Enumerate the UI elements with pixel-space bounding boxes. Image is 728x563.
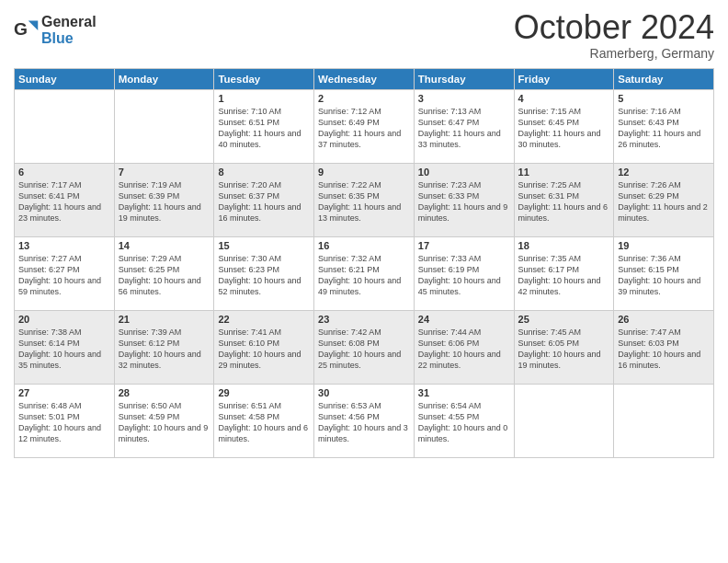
calendar-cell (15, 89, 115, 163)
cell-info: Sunrise: 7:32 AMSunset: 6:21 PMDaylight:… (318, 253, 410, 298)
day-number: 29 (218, 387, 310, 398)
calendar-cell: 24Sunrise: 7:44 AMSunset: 6:06 PMDayligh… (414, 310, 514, 384)
calendar-cell: 4Sunrise: 7:15 AMSunset: 6:45 PMDaylight… (514, 89, 614, 163)
cell-info: Sunrise: 7:42 AMSunset: 6:08 PMDaylight:… (318, 327, 410, 372)
header-row: SundayMondayTuesdayWednesdayThursdayFrid… (15, 68, 714, 89)
day-number: 21 (119, 314, 210, 325)
cell-info: Sunrise: 7:33 AMSunset: 6:19 PMDaylight:… (418, 253, 510, 298)
cell-info: Sunrise: 7:13 AMSunset: 6:47 PMDaylight:… (418, 106, 510, 151)
day-number: 11 (518, 167, 610, 178)
cell-info: Sunrise: 7:35 AMSunset: 6:17 PMDaylight:… (518, 253, 610, 298)
day-number: 2 (318, 93, 410, 104)
calendar-cell: 15Sunrise: 7:30 AMSunset: 6:23 PMDayligh… (214, 236, 314, 310)
logo-text: General Blue (41, 14, 97, 46)
calendar-cell (514, 384, 614, 457)
calendar-cell: 14Sunrise: 7:29 AMSunset: 6:25 PMDayligh… (114, 236, 214, 310)
calendar-cell: 30Sunrise: 6:53 AMSunset: 4:56 PMDayligh… (314, 384, 415, 457)
calendar-cell: 19Sunrise: 7:36 AMSunset: 6:15 PMDayligh… (614, 236, 714, 310)
cell-info: Sunrise: 7:17 AMSunset: 6:41 PMDaylight:… (18, 179, 110, 224)
cell-info: Sunrise: 7:38 AMSunset: 6:14 PMDaylight:… (18, 327, 110, 372)
cell-info: Sunrise: 7:19 AMSunset: 6:39 PMDaylight:… (119, 179, 210, 224)
calendar-cell: 22Sunrise: 7:41 AMSunset: 6:10 PMDayligh… (214, 310, 314, 384)
calendar-cell: 29Sunrise: 6:51 AMSunset: 4:58 PMDayligh… (214, 384, 314, 457)
day-number: 9 (318, 167, 410, 178)
cell-info: Sunrise: 7:36 AMSunset: 6:15 PMDaylight:… (618, 253, 710, 298)
cell-info: Sunrise: 7:30 AMSunset: 6:23 PMDaylight:… (218, 253, 310, 298)
cell-info: Sunrise: 7:22 AMSunset: 6:35 PMDaylight:… (318, 179, 410, 224)
calendar-cell: 5Sunrise: 7:16 AMSunset: 6:43 PMDaylight… (614, 89, 714, 163)
calendar-cell: 8Sunrise: 7:20 AMSunset: 6:37 PMDaylight… (214, 163, 314, 236)
day-number: 31 (418, 387, 510, 398)
calendar-table: SundayMondayTuesdayWednesdayThursdayFrid… (14, 68, 714, 458)
calendar-cell: 3Sunrise: 7:13 AMSunset: 6:47 PMDaylight… (414, 89, 514, 163)
calendar-cell: 23Sunrise: 7:42 AMSunset: 6:08 PMDayligh… (314, 310, 415, 384)
day-number: 26 (618, 314, 710, 325)
day-number: 20 (18, 314, 110, 325)
calendar-cell: 13Sunrise: 7:27 AMSunset: 6:27 PMDayligh… (15, 236, 115, 310)
logo: G General Blue (14, 14, 97, 46)
calendar-cell (614, 384, 714, 457)
cell-info: Sunrise: 7:39 AMSunset: 6:12 PMDaylight:… (119, 327, 210, 372)
calendar-cell (114, 89, 214, 163)
day-header-friday: Friday (514, 68, 614, 89)
cell-info: Sunrise: 7:23 AMSunset: 6:33 PMDaylight:… (418, 179, 510, 224)
calendar-row: 13Sunrise: 7:27 AMSunset: 6:27 PMDayligh… (15, 236, 714, 310)
calendar-cell: 20Sunrise: 7:38 AMSunset: 6:14 PMDayligh… (15, 310, 115, 384)
day-number: 13 (18, 240, 110, 251)
title-block: October 2024 Ramerberg, Germany (514, 9, 714, 61)
cell-info: Sunrise: 7:44 AMSunset: 6:06 PMDaylight:… (418, 327, 510, 372)
calendar-row: 20Sunrise: 7:38 AMSunset: 6:14 PMDayligh… (15, 310, 714, 384)
day-number: 1 (218, 93, 310, 104)
header: G General Blue October 2024 Ramerberg, G… (14, 9, 714, 61)
cell-info: Sunrise: 7:15 AMSunset: 6:45 PMDaylight:… (518, 106, 610, 151)
cell-info: Sunrise: 6:48 AMSunset: 5:01 PMDaylight:… (18, 400, 110, 445)
day-number: 4 (518, 93, 610, 104)
calendar-cell: 25Sunrise: 7:45 AMSunset: 6:05 PMDayligh… (514, 310, 614, 384)
day-number: 30 (318, 387, 410, 398)
cell-info: Sunrise: 6:51 AMSunset: 4:58 PMDaylight:… (218, 400, 310, 445)
svg-marker-1 (28, 20, 39, 30)
calendar-row: 1Sunrise: 7:10 AMSunset: 6:51 PMDaylight… (15, 89, 714, 163)
location-subtitle: Ramerberg, Germany (514, 46, 714, 61)
calendar-row: 6Sunrise: 7:17 AMSunset: 6:41 PMDaylight… (15, 163, 714, 236)
day-number: 15 (218, 240, 310, 251)
cell-info: Sunrise: 7:27 AMSunset: 6:27 PMDaylight:… (18, 253, 110, 298)
day-number: 19 (618, 240, 710, 251)
day-number: 6 (18, 167, 110, 178)
day-number: 27 (18, 387, 110, 398)
calendar-cell: 11Sunrise: 7:25 AMSunset: 6:31 PMDayligh… (514, 163, 614, 236)
calendar-cell: 12Sunrise: 7:26 AMSunset: 6:29 PMDayligh… (614, 163, 714, 236)
day-number: 3 (418, 93, 510, 104)
cell-info: Sunrise: 7:25 AMSunset: 6:31 PMDaylight:… (518, 179, 610, 224)
cell-info: Sunrise: 7:45 AMSunset: 6:05 PMDaylight:… (518, 327, 610, 372)
cell-info: Sunrise: 7:16 AMSunset: 6:43 PMDaylight:… (618, 106, 710, 151)
day-number: 24 (418, 314, 510, 325)
month-title: October 2024 (514, 9, 714, 46)
calendar-cell: 28Sunrise: 6:50 AMSunset: 4:59 PMDayligh… (114, 384, 214, 457)
day-header-monday: Monday (114, 68, 214, 89)
calendar-cell: 9Sunrise: 7:22 AMSunset: 6:35 PMDaylight… (314, 163, 415, 236)
calendar-cell: 21Sunrise: 7:39 AMSunset: 6:12 PMDayligh… (114, 310, 214, 384)
day-number: 7 (119, 167, 210, 178)
day-number: 17 (418, 240, 510, 251)
calendar-cell: 2Sunrise: 7:12 AMSunset: 6:49 PMDaylight… (314, 89, 415, 163)
day-number: 14 (119, 240, 210, 251)
day-number: 10 (418, 167, 510, 178)
cell-info: Sunrise: 6:53 AMSunset: 4:56 PMDaylight:… (318, 400, 410, 445)
cell-info: Sunrise: 7:29 AMSunset: 6:25 PMDaylight:… (119, 253, 210, 298)
calendar-cell: 16Sunrise: 7:32 AMSunset: 6:21 PMDayligh… (314, 236, 415, 310)
day-number: 8 (218, 167, 310, 178)
calendar-cell: 26Sunrise: 7:47 AMSunset: 6:03 PMDayligh… (614, 310, 714, 384)
cell-info: Sunrise: 7:41 AMSunset: 6:10 PMDaylight:… (218, 327, 310, 372)
day-number: 12 (618, 167, 710, 178)
day-number: 28 (119, 387, 210, 398)
day-number: 16 (318, 240, 410, 251)
cell-info: Sunrise: 7:20 AMSunset: 6:37 PMDaylight:… (218, 179, 310, 224)
cell-info: Sunrise: 6:54 AMSunset: 4:55 PMDaylight:… (418, 400, 510, 445)
day-number: 5 (618, 93, 710, 104)
calendar-cell: 6Sunrise: 7:17 AMSunset: 6:41 PMDaylight… (15, 163, 115, 236)
cell-info: Sunrise: 6:50 AMSunset: 4:59 PMDaylight:… (119, 400, 210, 445)
calendar-cell: 17Sunrise: 7:33 AMSunset: 6:19 PMDayligh… (414, 236, 514, 310)
day-number: 22 (218, 314, 310, 325)
logo-icon: G (14, 17, 40, 43)
